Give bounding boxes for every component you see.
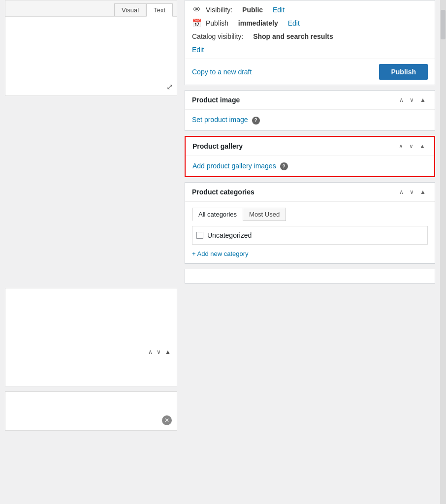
product-categories-down-btn[interactable]: ∨ bbox=[408, 188, 416, 196]
eye-icon: 👁 bbox=[192, 5, 202, 14]
category-item-uncategorized: Uncategorized bbox=[196, 228, 423, 242]
product-image-down-btn[interactable]: ∨ bbox=[408, 95, 416, 104]
product-image-up-btn[interactable]: ∧ bbox=[397, 95, 406, 104]
visibility-edit-link[interactable]: Edit bbox=[273, 6, 285, 14]
set-product-image-link[interactable]: Set product image bbox=[192, 116, 248, 124]
product-gallery-controls: ∧ ∨ ▲ bbox=[397, 142, 427, 151]
product-gallery-header: Product gallery ∧ ∨ ▲ bbox=[186, 137, 434, 156]
product-image-help-icon[interactable]: ? bbox=[252, 117, 260, 125]
scrollbar-thumb bbox=[441, 10, 446, 39]
schedule-value: immediately bbox=[238, 19, 278, 27]
tab-all-categories[interactable]: All categories bbox=[192, 208, 243, 221]
product-categories-controls: ∧ ∨ ▲ bbox=[397, 188, 428, 196]
product-gallery-body: Add product gallery images ? bbox=[186, 156, 434, 177]
product-image-body: Set product image ? bbox=[185, 110, 435, 130]
publish-actions: Copy to a new draft Publish bbox=[185, 59, 435, 85]
arrow-triangle-btn[interactable]: ▲ bbox=[164, 347, 172, 356]
schedule-edit-link[interactable]: Edit bbox=[288, 19, 300, 27]
catalog-row: Catalog visibility: Shop and search resu… bbox=[192, 32, 428, 42]
product-categories-title: Product categories bbox=[192, 188, 255, 196]
tab-text[interactable]: Text bbox=[146, 3, 173, 17]
expand-icon[interactable]: ⤢ bbox=[166, 82, 173, 92]
schedule-row: 📅 Publish immediately Edit bbox=[192, 18, 428, 28]
product-gallery-toggle-btn[interactable]: ▲ bbox=[417, 142, 427, 151]
left-bottom-metabox: ∧ ∨ ▲ bbox=[5, 288, 177, 386]
catalog-edit-link[interactable]: Edit bbox=[192, 46, 204, 54]
editor-content: ⤢ bbox=[5, 17, 177, 95]
publish-metabox: 👁 Visibility: Public Edit 📅 Publish imme… bbox=[185, 0, 435, 85]
next-metabox-partial bbox=[185, 269, 435, 284]
close-circle-icon[interactable]: ✕ bbox=[162, 415, 172, 425]
product-categories-toggle-btn[interactable]: ▲ bbox=[418, 188, 428, 196]
editor-tabs: Visual Text bbox=[5, 0, 177, 17]
product-image-toggle-btn[interactable]: ▲ bbox=[418, 95, 428, 104]
catalog-value: Shop and search results bbox=[253, 32, 333, 42]
product-gallery-metabox: Product gallery ∧ ∨ ▲ Add product galler… bbox=[185, 136, 435, 178]
visibility-row: 👁 Visibility: Public Edit bbox=[192, 5, 428, 14]
editor-box: Visual Text ⤢ bbox=[5, 0, 177, 96]
visibility-value: Public bbox=[242, 6, 263, 14]
add-new-category-link[interactable]: + Add new category bbox=[192, 250, 249, 257]
product-image-controls: ∧ ∨ ▲ bbox=[397, 95, 428, 104]
catalog-label: Catalog visibility: bbox=[192, 32, 243, 42]
product-gallery-up-btn[interactable]: ∧ bbox=[397, 142, 405, 151]
left-panel: Visual Text ⤢ ∧ ∨ ▲ ✕ bbox=[0, 0, 182, 504]
schedule-label: Publish bbox=[206, 19, 228, 27]
product-categories-header: Product categories ∧ ∨ ▲ bbox=[185, 183, 435, 202]
product-categories-body: All categories Most Used Uncategorized +… bbox=[185, 202, 435, 263]
publish-button[interactable]: Publish bbox=[379, 64, 428, 80]
product-gallery-title: Product gallery bbox=[192, 142, 243, 150]
category-list-box: Uncategorized bbox=[192, 226, 428, 245]
product-categories-metabox: Product categories ∧ ∨ ▲ All categories … bbox=[185, 182, 435, 264]
tab-most-used[interactable]: Most Used bbox=[243, 208, 286, 221]
category-tabs: All categories Most Used bbox=[192, 208, 428, 221]
publish-top-section: 👁 Visibility: Public Edit 📅 Publish imme… bbox=[185, 0, 435, 59]
category-checkbox-uncategorized[interactable] bbox=[196, 232, 203, 239]
product-image-title: Product image bbox=[192, 96, 240, 104]
left-small-metabox: ✕ bbox=[5, 391, 177, 431]
category-label-uncategorized: Uncategorized bbox=[207, 231, 252, 239]
editor-spacer bbox=[0, 96, 182, 283]
product-image-metabox: Product image ∧ ∨ ▲ Set product image ? bbox=[185, 90, 435, 131]
product-categories-up-btn[interactable]: ∧ bbox=[397, 188, 406, 196]
visibility-label: Visibility: bbox=[206, 6, 232, 14]
catalog-edit-row: Edit bbox=[192, 46, 428, 54]
close-x-char: ✕ bbox=[164, 417, 169, 424]
product-gallery-down-btn[interactable]: ∨ bbox=[407, 142, 415, 151]
arrow-down-btn[interactable]: ∨ bbox=[156, 347, 162, 356]
product-gallery-help-icon[interactable]: ? bbox=[280, 162, 288, 170]
tab-visual[interactable]: Visual bbox=[114, 3, 146, 16]
scrollbar-track[interactable] bbox=[440, 0, 446, 504]
copy-draft-link[interactable]: Copy to a new draft bbox=[192, 68, 252, 76]
right-panel: 👁 Visibility: Public Edit 📅 Publish imme… bbox=[182, 0, 440, 504]
calendar-icon: 📅 bbox=[192, 18, 202, 28]
arrow-up-btn[interactable]: ∧ bbox=[147, 347, 154, 356]
add-gallery-images-link[interactable]: Add product gallery images bbox=[192, 162, 276, 170]
bottom-controls: ∧ ∨ ▲ bbox=[147, 347, 172, 356]
product-image-header: Product image ∧ ∨ ▲ bbox=[185, 91, 435, 110]
